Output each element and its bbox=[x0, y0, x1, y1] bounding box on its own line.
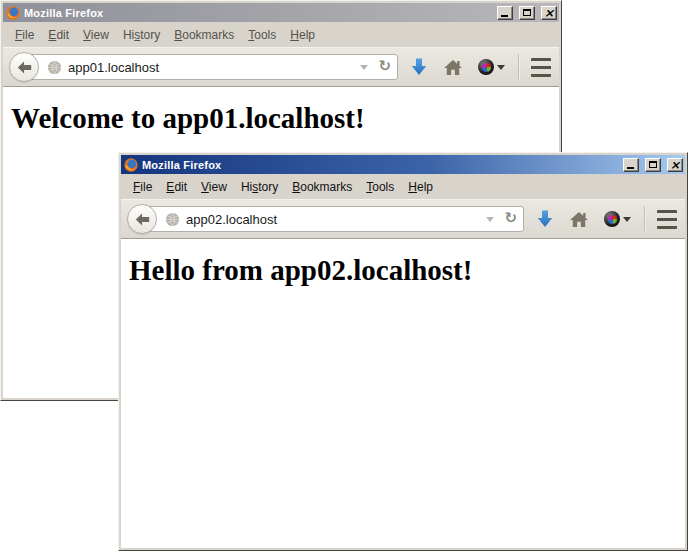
resize-grip[interactable] bbox=[681, 544, 683, 546]
maximize-button[interactable] bbox=[519, 6, 535, 20]
home-button[interactable] bbox=[444, 60, 462, 75]
browser-window-app02: Mozilla Firefox × File Edit View History… bbox=[118, 152, 688, 551]
menu-bar: File Edit View History Bookmarks Tools H… bbox=[121, 174, 685, 199]
back-arrow-icon bbox=[17, 61, 32, 74]
minimize-button[interactable] bbox=[623, 158, 639, 172]
globe-icon[interactable] bbox=[165, 212, 180, 227]
addon-caret-icon bbox=[497, 65, 505, 74]
url-bar[interactable]: ↻ bbox=[24, 54, 398, 80]
home-icon bbox=[570, 212, 588, 227]
reload-icon[interactable]: ↻ bbox=[504, 211, 517, 226]
title-bar[interactable]: Mozilla Firefox × bbox=[3, 3, 559, 22]
navigation-toolbar: ↻ bbox=[121, 199, 685, 239]
toolbar-separator bbox=[518, 54, 519, 80]
menu-item-file[interactable]: File bbox=[126, 178, 159, 196]
color-wheel-icon bbox=[604, 211, 620, 227]
menu-item-help[interactable]: Help bbox=[283, 26, 322, 44]
download-button[interactable] bbox=[537, 210, 553, 228]
menu-item-file[interactable]: File bbox=[8, 26, 41, 44]
addon-button[interactable] bbox=[478, 59, 505, 75]
back-arrow-icon bbox=[135, 213, 150, 226]
page-heading: Welcome to app01.localhost! bbox=[3, 102, 559, 135]
window-title: Mozilla Firefox bbox=[24, 7, 491, 19]
page-content: Hello from app02.localhost! bbox=[121, 239, 685, 548]
url-input[interactable] bbox=[186, 212, 482, 227]
back-button[interactable] bbox=[127, 204, 157, 234]
menu-item-edit[interactable]: Edit bbox=[159, 178, 194, 196]
firefox-icon bbox=[124, 158, 138, 172]
download-icon bbox=[537, 210, 553, 228]
menu-item-tools[interactable]: Tools bbox=[359, 178, 401, 196]
toolbar-separator bbox=[644, 206, 645, 232]
menu-item-help[interactable]: Help bbox=[401, 178, 440, 196]
color-wheel-icon bbox=[478, 59, 494, 75]
menu-item-bookmarks[interactable]: Bookmarks bbox=[285, 178, 359, 196]
close-icon: × bbox=[544, 8, 554, 18]
menu-item-history[interactable]: History bbox=[116, 26, 167, 44]
download-icon bbox=[411, 58, 427, 76]
menu-bar: File Edit View History Bookmarks Tools H… bbox=[3, 22, 559, 47]
home-icon bbox=[444, 60, 462, 75]
url-input[interactable] bbox=[68, 60, 356, 75]
menu-item-history[interactable]: History bbox=[234, 178, 285, 196]
addon-button[interactable] bbox=[604, 211, 631, 227]
hamburger-menu-icon[interactable] bbox=[657, 210, 677, 229]
minimize-button[interactable] bbox=[497, 6, 513, 20]
hamburger-menu-icon[interactable] bbox=[531, 58, 551, 77]
url-bar[interactable]: ↻ bbox=[142, 206, 524, 232]
urlbar-dropdown-icon[interactable] bbox=[486, 217, 494, 226]
menu-item-tools[interactable]: Tools bbox=[241, 26, 283, 44]
menu-item-view[interactable]: View bbox=[76, 26, 116, 44]
window-title: Mozilla Firefox bbox=[142, 159, 617, 171]
navigation-toolbar: ↻ bbox=[3, 47, 559, 87]
close-icon: × bbox=[670, 160, 680, 170]
back-button[interactable] bbox=[9, 52, 39, 82]
menu-item-bookmarks[interactable]: Bookmarks bbox=[167, 26, 241, 44]
addon-caret-icon bbox=[623, 217, 631, 226]
menu-item-edit[interactable]: Edit bbox=[41, 26, 76, 44]
firefox-icon bbox=[6, 6, 20, 20]
maximize-button[interactable] bbox=[645, 158, 661, 172]
title-bar[interactable]: Mozilla Firefox × bbox=[121, 155, 685, 174]
download-button[interactable] bbox=[411, 58, 427, 76]
home-button[interactable] bbox=[570, 212, 588, 227]
globe-icon[interactable] bbox=[47, 60, 62, 75]
close-button[interactable]: × bbox=[541, 6, 557, 20]
menu-item-view[interactable]: View bbox=[194, 178, 234, 196]
close-button[interactable]: × bbox=[667, 158, 683, 172]
reload-icon[interactable]: ↻ bbox=[378, 59, 391, 74]
page-heading: Hello from app02.localhost! bbox=[121, 254, 685, 287]
urlbar-dropdown-icon[interactable] bbox=[360, 65, 368, 74]
